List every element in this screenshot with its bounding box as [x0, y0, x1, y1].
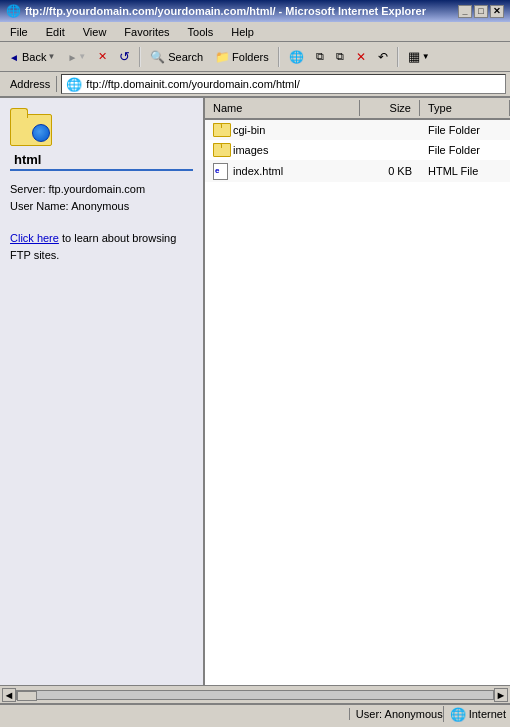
delete-button[interactable]: ✕ [351, 45, 371, 69]
globe-icon [289, 50, 304, 64]
folder-name: html [10, 150, 193, 171]
col-header-name[interactable]: Name [205, 100, 360, 116]
file-cell-type: HTML File [420, 163, 510, 179]
undo-button[interactable]: ↶ [373, 45, 393, 69]
forward-button[interactable]: ▼ [62, 45, 91, 69]
forward-dropdown-icon: ▼ [78, 52, 86, 61]
search-button[interactable]: Search [145, 45, 208, 69]
folders-label: Folders [232, 51, 269, 63]
ftp-help-text: Click here to learn about browsing FTP s… [10, 230, 193, 263]
right-panel: Name Size Type cgi-bin File Folder image… [205, 98, 510, 685]
col-header-size[interactable]: Size [360, 100, 420, 116]
undo-icon: ↶ [378, 50, 388, 64]
search-icon [150, 50, 165, 64]
server-info: Server: ftp.yourdomain.com User Name: An… [10, 181, 193, 214]
file-name: cgi-bin [233, 124, 265, 136]
menu-item-help[interactable]: Help [225, 24, 260, 40]
server-label: Server: ftp.yourdomain.com [10, 181, 193, 198]
file-cell-name: index.html [205, 161, 360, 181]
ftp-help-link[interactable]: Click here [10, 232, 59, 244]
html-file-icon [213, 163, 229, 179]
stop-button[interactable] [93, 45, 112, 69]
stop-icon [98, 50, 107, 63]
maximize-button[interactable]: □ [474, 5, 488, 18]
title-bar: 🌐 ftp://ftp.yourdomain.com/yourdomain.co… [0, 0, 510, 22]
back-arrow-icon [9, 51, 21, 63]
refresh-button[interactable] [114, 45, 135, 69]
zone-label: Internet [469, 708, 506, 720]
menu-bar: File Edit View Favorites Tools Help [0, 22, 510, 42]
menu-item-view[interactable]: View [77, 24, 113, 40]
file-cell-name: cgi-bin [205, 121, 360, 139]
toolbar-separator-1 [139, 47, 141, 67]
folder-icon [213, 143, 229, 157]
views-dropdown-icon: ▼ [422, 52, 430, 61]
folders-icon [215, 50, 230, 64]
copy-icon [316, 50, 324, 63]
address-label: Address [4, 76, 57, 92]
refresh-icon [119, 49, 130, 64]
user-label: User Name: Anonymous [10, 198, 193, 215]
address-input[interactable]: 🌐 ftp://ftp.domainit.com/yourdomain.com/… [61, 74, 506, 94]
main-content: html Server: ftp.yourdomain.com User Nam… [0, 98, 510, 685]
file-name: images [233, 144, 268, 156]
copy-button[interactable] [311, 45, 329, 69]
menu-item-favorites[interactable]: Favorites [118, 24, 175, 40]
file-cell-size: 0 KB [360, 163, 420, 179]
close-button[interactable]: ✕ [490, 5, 504, 18]
ie-app-icon: 🌐 [6, 4, 21, 18]
user-status-label: User: Anonymous [356, 708, 443, 720]
menu-item-tools[interactable]: Tools [182, 24, 220, 40]
left-panel: html Server: ftp.yourdomain.com User Nam… [0, 98, 205, 685]
scroll-right-button[interactable]: ► [494, 688, 508, 702]
search-label: Search [168, 51, 203, 63]
copy2-icon [336, 50, 344, 63]
folder-icon [213, 123, 229, 137]
views-button[interactable]: ▼ [403, 45, 435, 69]
internet-icon: 🌐 [450, 706, 466, 722]
views-icon [408, 49, 420, 64]
col-header-type[interactable]: Type [420, 100, 510, 116]
toolbar-separator-3 [397, 47, 399, 67]
copy2-button[interactable] [331, 45, 349, 69]
title-bar-controls[interactable]: _ □ ✕ [458, 5, 504, 18]
horizontal-scrollbar[interactable]: ◄ ► [0, 685, 510, 703]
title-bar-left: 🌐 ftp://ftp.yourdomain.com/yourdomain.co… [6, 4, 426, 18]
scroll-left-button[interactable]: ◄ [2, 688, 16, 702]
toolbar: Back ▼ ▼ Search Folders ✕ ↶ ▼ [0, 42, 510, 72]
status-right: User: Anonymous [349, 708, 443, 720]
address-bar: Address 🌐 ftp://ftp.domainit.com/yourdom… [0, 72, 510, 98]
file-cell-size [360, 148, 420, 152]
address-url: ftp://ftp.domainit.com/yourdomain.com/ht… [86, 78, 299, 90]
table-row[interactable]: images File Folder [205, 140, 510, 160]
menu-item-edit[interactable]: Edit [40, 24, 71, 40]
file-cell-type: File Folder [420, 122, 510, 138]
file-cell-type: File Folder [420, 142, 510, 158]
file-cell-size [360, 128, 420, 132]
back-label: Back [22, 51, 46, 63]
window-title: ftp://ftp.yourdomain.com/yourdomain.com/… [25, 5, 426, 17]
forward-arrow-icon [67, 51, 77, 63]
menu-item-file[interactable]: File [4, 24, 34, 40]
toolbar-separator-2 [278, 47, 280, 67]
back-dropdown-icon[interactable]: ▼ [47, 52, 55, 61]
table-row[interactable]: cgi-bin File Folder [205, 120, 510, 140]
large-folder-icon [10, 108, 52, 146]
scroll-thumb[interactable] [17, 691, 37, 701]
file-name: index.html [233, 165, 283, 177]
delete-icon: ✕ [356, 50, 366, 64]
table-row[interactable]: index.html 0 KB HTML File [205, 160, 510, 182]
scroll-track[interactable] [16, 690, 494, 700]
folders-button[interactable]: Folders [210, 45, 274, 69]
minimize-button[interactable]: _ [458, 5, 472, 18]
file-list-header: Name Size Type [205, 98, 510, 120]
globe-button[interactable] [284, 45, 309, 69]
zone-area: 🌐 Internet [443, 706, 506, 722]
status-bar: User: Anonymous 🌐 Internet [0, 703, 510, 723]
file-cell-name: images [205, 141, 360, 159]
back-button[interactable]: Back ▼ [4, 45, 60, 69]
